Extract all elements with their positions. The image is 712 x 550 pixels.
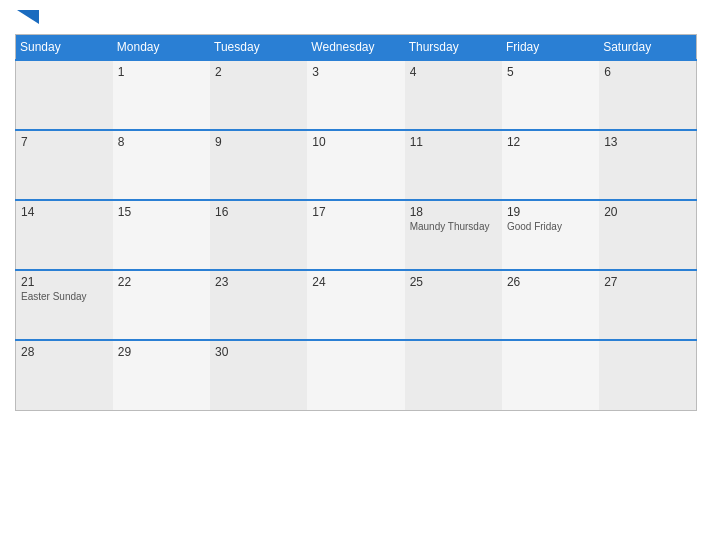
day-number: 25	[410, 275, 497, 289]
day-number: 10	[312, 135, 399, 149]
day-number: 22	[118, 275, 205, 289]
calendar-cell: 2	[210, 60, 307, 130]
day-number: 20	[604, 205, 691, 219]
day-number: 5	[507, 65, 594, 79]
calendar-cell: 7	[16, 130, 113, 200]
day-number: 23	[215, 275, 302, 289]
calendar-cell: 20	[599, 200, 696, 270]
calendar-cell: 18Maundy Thursday	[405, 200, 502, 270]
day-number: 13	[604, 135, 691, 149]
calendar-cell: 4	[405, 60, 502, 130]
calendar-table: SundayMondayTuesdayWednesdayThursdayFrid…	[15, 34, 697, 411]
calendar-cell	[405, 340, 502, 410]
day-number: 29	[118, 345, 205, 359]
logo-flag-icon	[17, 10, 39, 24]
event-label: Easter Sunday	[21, 291, 108, 302]
day-number: 4	[410, 65, 497, 79]
calendar-cell	[16, 60, 113, 130]
calendar-cell: 17	[307, 200, 404, 270]
col-header-monday: Monday	[113, 35, 210, 61]
svg-marker-0	[17, 10, 39, 24]
calendar-cell: 22	[113, 270, 210, 340]
calendar-cell: 29	[113, 340, 210, 410]
calendar-cell: 14	[16, 200, 113, 270]
day-number: 30	[215, 345, 302, 359]
day-number: 17	[312, 205, 399, 219]
calendar-cell: 12	[502, 130, 599, 200]
calendar-cell: 15	[113, 200, 210, 270]
day-number: 28	[21, 345, 108, 359]
col-header-sunday: Sunday	[16, 35, 113, 61]
day-number: 1	[118, 65, 205, 79]
calendar-cell: 25	[405, 270, 502, 340]
day-number: 7	[21, 135, 108, 149]
calendar-cell: 6	[599, 60, 696, 130]
calendar-cell: 30	[210, 340, 307, 410]
week-row-4: 282930	[16, 340, 697, 410]
calendar-cell: 9	[210, 130, 307, 200]
header	[15, 10, 697, 24]
day-number: 24	[312, 275, 399, 289]
calendar-cell: 10	[307, 130, 404, 200]
page: SundayMondayTuesdayWednesdayThursdayFrid…	[0, 0, 712, 550]
event-label: Maundy Thursday	[410, 221, 497, 232]
calendar-cell: 26	[502, 270, 599, 340]
day-number: 6	[604, 65, 691, 79]
calendar-cell: 24	[307, 270, 404, 340]
calendar-header-row: SundayMondayTuesdayWednesdayThursdayFrid…	[16, 35, 697, 61]
day-number: 27	[604, 275, 691, 289]
col-header-friday: Friday	[502, 35, 599, 61]
calendar-cell: 27	[599, 270, 696, 340]
calendar-cell: 11	[405, 130, 502, 200]
calendar-cell: 23	[210, 270, 307, 340]
col-header-saturday: Saturday	[599, 35, 696, 61]
week-row-2: 1415161718Maundy Thursday19Good Friday20	[16, 200, 697, 270]
day-number: 14	[21, 205, 108, 219]
week-row-1: 78910111213	[16, 130, 697, 200]
event-label: Good Friday	[507, 221, 594, 232]
calendar-cell	[599, 340, 696, 410]
day-number: 9	[215, 135, 302, 149]
calendar-cell	[307, 340, 404, 410]
calendar-cell: 16	[210, 200, 307, 270]
col-header-thursday: Thursday	[405, 35, 502, 61]
day-number: 19	[507, 205, 594, 219]
day-number: 11	[410, 135, 497, 149]
calendar-cell: 8	[113, 130, 210, 200]
col-header-wednesday: Wednesday	[307, 35, 404, 61]
day-number: 3	[312, 65, 399, 79]
calendar-cell: 19Good Friday	[502, 200, 599, 270]
col-header-tuesday: Tuesday	[210, 35, 307, 61]
day-number: 21	[21, 275, 108, 289]
calendar-cell	[502, 340, 599, 410]
day-number: 12	[507, 135, 594, 149]
logo	[15, 10, 39, 24]
calendar-cell: 28	[16, 340, 113, 410]
day-number: 15	[118, 205, 205, 219]
day-number: 16	[215, 205, 302, 219]
calendar-cell: 3	[307, 60, 404, 130]
calendar-cell: 5	[502, 60, 599, 130]
calendar-cell: 13	[599, 130, 696, 200]
calendar-cell: 21Easter Sunday	[16, 270, 113, 340]
day-number: 18	[410, 205, 497, 219]
week-row-0: 123456	[16, 60, 697, 130]
day-number: 2	[215, 65, 302, 79]
day-number: 8	[118, 135, 205, 149]
calendar-cell: 1	[113, 60, 210, 130]
day-number: 26	[507, 275, 594, 289]
week-row-3: 21Easter Sunday222324252627	[16, 270, 697, 340]
